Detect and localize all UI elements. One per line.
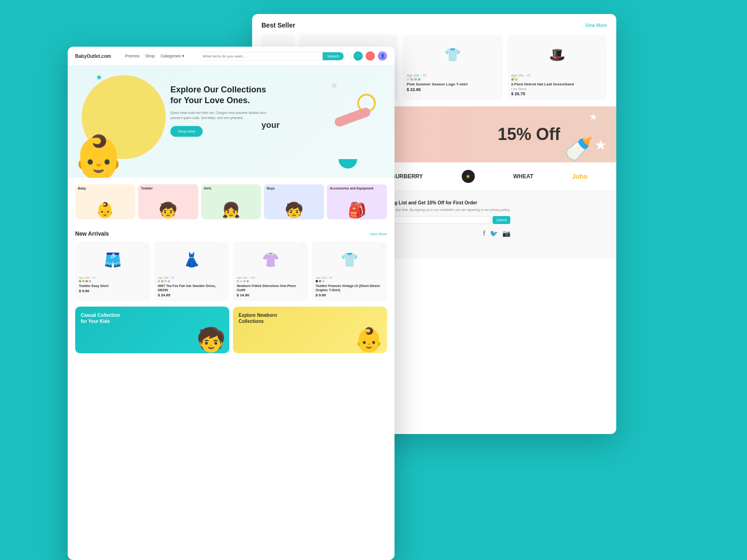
hero-baby-image: 👶 <box>72 136 125 178</box>
product-price: $ 14.90 <box>237 293 304 297</box>
product-age: Age 10d – 3Y <box>511 74 603 77</box>
new-arrivals-view-more[interactable]: View More <box>369 232 387 236</box>
new-arrivals-title: New Arrivals <box>75 231 109 237</box>
hero-text-block: Explore Our Collectionsfor Your Love One… <box>170 84 273 137</box>
cart-icon[interactable]: 🛒 <box>353 51 363 61</box>
product-color-swatches <box>407 78 499 81</box>
navbar: BabyOutlet.com Promos Shop Categories ▾ … <box>68 47 395 66</box>
category-label-baby: Baby <box>78 187 86 190</box>
nav-promos[interactable]: Promos <box>125 54 140 58</box>
newborn-collection-card[interactable]: Explore NewbornCollections 👶 <box>233 307 387 353</box>
nav-shop[interactable]: Shop <box>145 54 155 58</box>
twitter-icon[interactable]: 🐦 <box>490 230 498 237</box>
product-colors <box>237 280 304 282</box>
category-baby[interactable]: 👶 Baby <box>75 184 135 219</box>
nav-categories[interactable]: Categories ▾ <box>161 54 184 58</box>
heart-icon[interactable]: ♡ <box>496 37 500 42</box>
category-baby-image: 👶 <box>96 203 114 217</box>
product-name: NWT Tea Fox Fair Isle Sweater Dress, DB3… <box>158 284 226 292</box>
brand-burberry: BURBERRY <box>391 173 423 180</box>
user-icon[interactable]: 👤 <box>378 51 387 61</box>
bestseller-header: Best Seller View More <box>261 21 607 29</box>
new-arrivals-grid: ♡ 🩳 Age 10d – 3Y Toddler Easy Short $ 9.… <box>75 242 387 301</box>
star-icon-2: ★ <box>594 137 607 153</box>
product-frilled-outfit[interactable]: ♡ 👚 Age 10d – 18d Newborn Frilled Sleeve… <box>233 242 308 301</box>
brand-kids: ★ <box>462 170 475 183</box>
product-price: $ 25.75 <box>511 91 603 96</box>
wishlist-icon[interactable]: ♡ <box>366 51 375 61</box>
hero-description: Quam vitae nulla non felis nisl. Congue … <box>170 110 273 120</box>
brand-joho: Joho <box>572 173 587 180</box>
category-label-toddler: Toddler <box>141 187 153 190</box>
hero-title: Explore Our Collectionsfor Your Love One… <box>170 84 273 106</box>
product-peanuts-tshirt[interactable]: ♡ 👕 Age 10d – 3Y Toddler Peanuts Vintage… <box>312 242 387 301</box>
bottom-cards: Casual Collectionfor Your Kids 🧒 Explore… <box>68 301 395 353</box>
newborn-card-image: 👶 <box>354 326 383 353</box>
star-icon-1: ★ <box>589 111 598 122</box>
newborn-card-title: Explore NewbornCollections <box>239 312 277 324</box>
product-price: $ 9.90 <box>79 289 147 293</box>
nav-icon-group: 🛒 ♡ 👤 <box>353 51 387 61</box>
product-price: $ 24.85 <box>158 293 226 297</box>
newsletter-submit-button[interactable]: Submit <box>493 216 510 224</box>
instagram-icon[interactable]: 📷 <box>502 230 510 237</box>
heart-icon[interactable]: ♡ <box>600 37 604 42</box>
product-age: Age 10d – 3Y <box>79 276 147 279</box>
product-image: 👗 <box>158 245 226 273</box>
product-price: $ 22.85 <box>407 87 499 92</box>
newborn-card-text: Explore NewbornCollections <box>239 312 277 324</box>
new-arrivals-header: New Arrivals View More <box>75 231 387 237</box>
bestseller-product-hat[interactable]: ♡ 🎩 Age 10d – 3Y 2-Pack Detroit Hat Leaf… <box>507 35 607 100</box>
product-name: Toddler Easy Short <box>79 284 147 288</box>
product-age: Age 10d – 18d <box>237 276 304 279</box>
casual-card-text: Casual Collectionfor Your Kids <box>81 312 120 324</box>
brand-wheat: WHEAT <box>513 173 533 180</box>
product-easy-short[interactable]: ♡ 🩳 Age 10d – 3Y Toddler Easy Short $ 9.… <box>75 242 150 301</box>
product-name: Pink Summer Season Logo T-shirt <box>407 82 499 86</box>
category-accessories-image: 🎒 <box>348 203 366 217</box>
category-girls[interactable]: 👧 Girls <box>201 184 261 219</box>
product-name: Newborn Frilled Sleeveless One-Piece Out… <box>237 284 304 292</box>
category-accessories[interactable]: 🎒 Accessories and Equipment <box>327 184 387 219</box>
category-boys[interactable]: 🧒 Boys <box>264 184 324 219</box>
front-card: BabyOutlet.com Promos Shop Categories ▾ … <box>68 47 395 560</box>
hero-star-icon: ★ <box>96 73 102 82</box>
hero-teal-decoration <box>338 159 357 168</box>
search-input[interactable] <box>198 52 323 60</box>
heart-icon[interactable]: ♡ <box>381 245 384 249</box>
bestseller-product-tshirt[interactable]: ♡ 👕 Age 10d – 3Y Pink Summer Season Logo… <box>403 35 502 100</box>
heart-icon[interactable]: ♡ <box>223 245 226 249</box>
category-toddler[interactable]: 🧒 Toddler <box>138 184 198 219</box>
facebook-icon[interactable]: f <box>483 230 485 237</box>
hero-section: ★ 👶 Explore Our Collectionsfor Your Love… <box>68 66 395 178</box>
heart-icon[interactable]: ♡ <box>144 245 148 249</box>
product-image: 🩳 <box>79 245 147 273</box>
search-bar: Search <box>197 52 344 61</box>
product-image: 👕 <box>316 245 383 273</box>
product-image-hat: 🎩 <box>511 38 603 71</box>
categories-grid: 👶 Baby 🧒 Toddler 👧 Girls 🧒 Bo <box>75 184 387 219</box>
hero-cta-button[interactable]: Shop Now <box>170 126 203 137</box>
casual-collection-card[interactable]: Casual Collectionfor Your Kids 🧒 <box>75 307 229 353</box>
product-age: Age 10d – 3Y <box>407 74 499 77</box>
category-girls-image: 👧 <box>222 203 240 217</box>
casual-card-title: Casual Collectionfor Your Kids <box>81 312 120 324</box>
product-price: $ 9.90 <box>316 293 383 297</box>
product-sweater-dress[interactable]: ♡ 👗 Age 10d – 3Y NWT Tea Fox Fair Isle S… <box>154 242 229 301</box>
bestseller-view-more[interactable]: View More <box>585 23 607 28</box>
heart-icon[interactable]: ♡ <box>302 245 305 249</box>
bestseller-title: Best Seller <box>261 21 295 29</box>
promo-baby-image: 🍼 <box>564 135 593 162</box>
product-stock: Low Stock <box>511 87 603 91</box>
product-colors <box>79 280 147 282</box>
product-image: 👚 <box>237 245 304 273</box>
product-color-swatches <box>511 78 603 81</box>
product-age: Age 10d – 3Y <box>158 276 226 279</box>
search-button[interactable]: Search <box>323 52 344 60</box>
product-colors <box>316 280 383 282</box>
category-label-boys: Boys <box>267 187 275 190</box>
category-label-accessories: Accessories and Equipment <box>330 187 374 190</box>
heart-icon[interactable]: ♡ <box>391 37 395 42</box>
product-name: Toddler Peanuts Vintage Ut (Short-Sleeve… <box>316 284 383 292</box>
promo-discount: 15% Off <box>498 125 560 144</box>
